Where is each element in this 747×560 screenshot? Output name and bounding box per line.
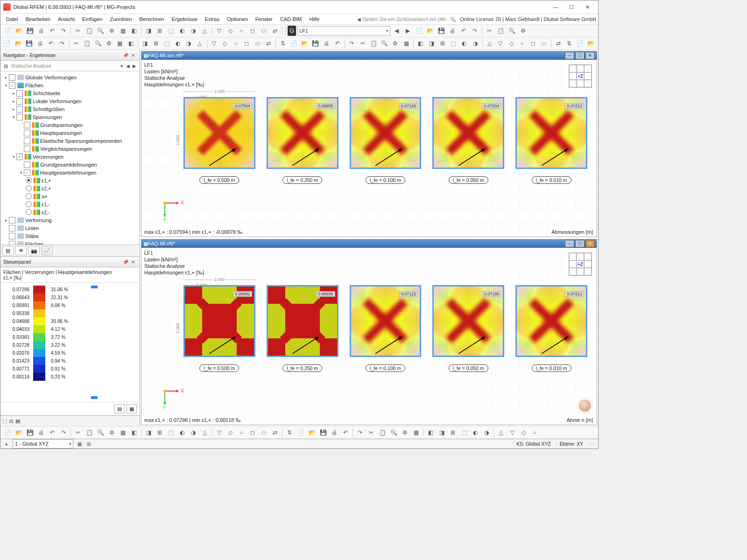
result-plate[interactable]: 0.07122 <box>350 285 422 357</box>
toolbar-button[interactable]: 📄 <box>2 26 13 36</box>
toolbar-button[interactable]: ⊞ <box>437 38 447 49</box>
result-plate[interactable]: 0.07212 <box>515 97 587 169</box>
menu-optionen[interactable]: Optionen <box>223 15 252 23</box>
toolbar-button[interactable]: ✂ <box>73 26 83 36</box>
toolbar-button[interactable]: 📂 <box>586 38 596 49</box>
toolbar-button[interactable]: ⚙ <box>106 26 117 36</box>
tree-checkbox[interactable] <box>9 241 15 245</box>
toolbar-button[interactable]: ◑ <box>184 38 194 49</box>
toolbar-button[interactable]: 💾 <box>25 427 35 438</box>
menu-datei[interactable]: Datei <box>2 15 22 23</box>
toolbar-button[interactable]: ✂ <box>366 427 376 438</box>
close-button[interactable]: ✕ <box>579 2 595 12</box>
toolbar-button[interactable]: ⇅ <box>284 427 295 438</box>
toolbar-button[interactable]: ▽ <box>209 38 219 49</box>
search-icon[interactable]: 🔍 <box>450 16 456 22</box>
toolbar-button[interactable]: ⊞ <box>448 427 458 438</box>
tree-node[interactable]: ▾✓Hauptgesamtdehnungen <box>0 168 140 176</box>
tab-balance-icon[interactable]: ⚖ <box>9 418 14 424</box>
toolbar-button[interactable]: ⬭ <box>539 38 549 49</box>
toolbar-button[interactable]: 📋 <box>368 38 378 49</box>
tree-checkbox[interactable] <box>24 130 30 136</box>
view-cube[interactable]: +Z <box>569 64 592 88</box>
tree-node[interactable]: Elastische Spannungskomponenten <box>0 137 140 145</box>
toolbar-button[interactable]: ◨ <box>143 427 154 438</box>
toolbar-button[interactable]: 🔍 <box>507 26 517 36</box>
toolbar-button[interactable]: ⬚ <box>448 38 458 49</box>
tab-report-icon[interactable]: ▤ <box>15 418 20 424</box>
toolbar-button[interactable]: ◻ <box>242 38 252 49</box>
tree-node[interactable]: Stäbe <box>0 232 140 240</box>
tree-node[interactable]: Flächen <box>0 240 140 245</box>
view-canvas[interactable]: LF1Lasten [kN/m²]Statische AnalyseHauptd… <box>141 248 597 425</box>
toolbar-button[interactable]: ◻ <box>247 26 258 36</box>
toolbar-button[interactable]: 🔍 <box>388 427 399 438</box>
tree-twisty[interactable]: ▾ <box>3 83 9 88</box>
menu-ansicht[interactable]: Ansicht <box>54 15 78 23</box>
tree-node[interactable]: ε1,+ <box>0 176 140 184</box>
tree-twisty[interactable]: ▸ <box>11 91 16 96</box>
toolbar-button[interactable]: 📂 <box>425 26 435 36</box>
toolbar-button[interactable]: ▽ <box>214 427 224 438</box>
toolbar-button[interactable]: ◑ <box>188 26 198 36</box>
toolbar-button[interactable]: ◨ <box>426 38 436 49</box>
tree-twisty[interactable]: ▸ <box>3 218 9 223</box>
toolbar-button[interactable]: ⇄ <box>553 38 563 49</box>
panel-close-icon[interactable]: ✕ <box>129 51 137 59</box>
tree-radio[interactable] <box>26 193 32 199</box>
toolbar-button[interactable]: ⬭ <box>253 38 262 49</box>
tree-node[interactable]: Grundspannungen <box>0 121 140 129</box>
tree-radio[interactable] <box>26 201 32 207</box>
view-close-button[interactable]: ✕ <box>585 240 595 247</box>
result-tree[interactable]: ▸Globale Verformungen▾✓Flächen▸Schichtse… <box>0 71 140 245</box>
toolbar-button[interactable]: ◑ <box>188 427 198 438</box>
toolbar-button[interactable]: ▦ <box>402 38 411 49</box>
toolbar-button[interactable]: ⇅ <box>564 38 574 49</box>
tab-cam-icon[interactable]: 📷 <box>28 246 40 255</box>
toolbar-button[interactable]: ⊞ <box>151 38 161 49</box>
toolbar-button[interactable]: ↷ <box>57 38 67 49</box>
legend-btn-1[interactable]: ▤ <box>114 404 125 413</box>
toolbar-button[interactable]: ▦ <box>411 427 421 438</box>
menu-ergebnisse[interactable]: Ergebnisse <box>168 15 201 23</box>
toolbar-button[interactable]: ◑ <box>481 427 492 438</box>
toolbar-button[interactable]: 🖨 <box>36 427 46 438</box>
toolbar-button[interactable]: ⬭ <box>259 427 269 438</box>
toolbar-button[interactable]: 🔍 <box>95 427 106 438</box>
tree-checkbox[interactable] <box>9 233 15 239</box>
toolbar-button[interactable]: ○ <box>517 38 527 49</box>
toolbar-button[interactable]: 💾 <box>436 26 446 36</box>
menu-bearbeiten[interactable]: Bearbeiten <box>22 15 54 23</box>
toolbar-button[interactable]: 💾 <box>318 427 328 438</box>
tree-twisty[interactable]: ▸ <box>11 107 16 112</box>
toolbar-button[interactable]: 🖨 <box>329 427 339 438</box>
toolbar-button[interactable]: ◨ <box>143 26 154 36</box>
result-plate[interactable]: 0.05892 <box>183 285 255 357</box>
tree-node[interactable]: ε2,+ <box>0 184 140 192</box>
tree-checkbox[interactable] <box>16 90 23 97</box>
result-plate[interactable]: 0.06800 <box>267 285 338 357</box>
toolbar-button[interactable]: 💾 <box>25 26 35 36</box>
toolbar-button[interactable]: ↶ <box>47 26 57 36</box>
view-max-button[interactable]: ☐ <box>575 52 585 59</box>
toolbar-button[interactable]: ○ <box>529 427 540 438</box>
tree-checkbox[interactable] <box>16 106 23 112</box>
toolbar-button[interactable]: 🔍 <box>93 38 103 49</box>
legend-slider-bottom[interactable] <box>91 396 98 399</box>
toolbar-button[interactable]: 📄 <box>2 427 13 438</box>
toolbar-button[interactable]: ⊞ <box>155 427 165 438</box>
tree-node[interactable]: Linien <box>0 224 140 232</box>
tree-node[interactable]: Hauptspannungen <box>0 129 140 137</box>
toolbar-button[interactable]: ◐ <box>459 38 469 49</box>
tree-checkbox[interactable] <box>9 217 15 224</box>
tree-twisty[interactable]: ▸ <box>11 99 16 104</box>
tree-node[interactable]: ▸Lokale Verformungen <box>0 97 140 105</box>
toolbar-button[interactable]: 📋 <box>84 427 94 438</box>
toolbar-button[interactable]: ▽ <box>507 427 517 438</box>
panel-close-icon[interactable]: ✕ <box>129 258 137 266</box>
toolbar-button[interactable]: 📄 <box>289 38 298 49</box>
tree-checkbox[interactable] <box>16 98 23 105</box>
nav-step-back[interactable]: ◀ <box>125 63 131 69</box>
toolbar-button[interactable]: 💾 <box>310 38 320 49</box>
toolbar-button[interactable]: 📋 <box>495 26 506 36</box>
